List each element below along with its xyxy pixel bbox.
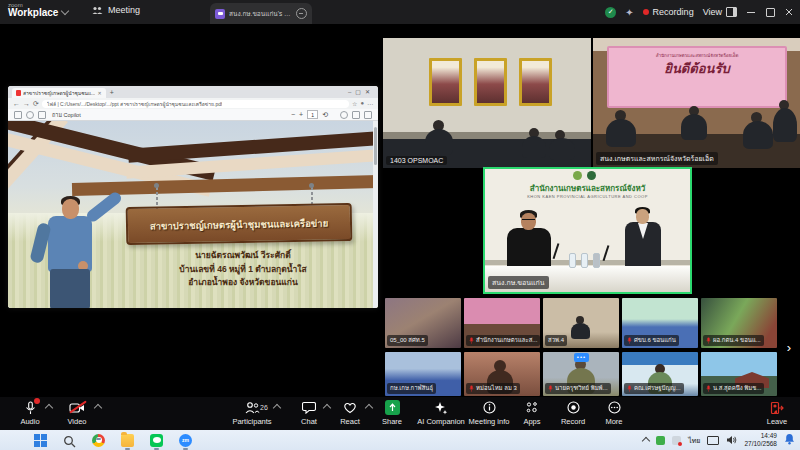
security-shield-icon[interactable]: ✓ [605,7,616,18]
pdf-save-icon[interactable] [364,111,372,119]
tab-meeting[interactable]: Meeting [92,5,140,15]
video-thumbnail[interactable]: 05_00 สศท.5 [385,298,461,348]
more-icon [608,400,621,415]
next-videos-chevron-icon[interactable]: › [780,339,798,357]
video-thumbnail[interactable]: หม่อนไหม ลม 3 [464,352,540,396]
wooden-sign: สาขาปราชญ์เกษตรผู้นำชุมชนและเครือข่าย [126,203,353,245]
video-thumbnail[interactable]: ผอ.กตน.4 ขอนแ... [701,298,777,348]
notification-bell-icon[interactable] [784,431,795,449]
pdf-slide: สาขาปราชญ์เกษตรผู้นำชุมชนและเครือข่าย นา… [8,121,378,308]
zoom-app-icon[interactable]: zm [179,434,192,447]
windows-start-icon[interactable] [34,434,47,447]
royal-portrait-3 [519,58,552,106]
taskbar-search-icon[interactable] [63,434,76,447]
browser-refresh-icon[interactable]: ⟳ [33,100,39,107]
workspace-chevron-icon[interactable] [61,7,69,15]
tray-chevron-icon[interactable] [642,437,650,445]
browser-profile-icon: ● [360,100,364,107]
ai-sparkle-icon[interactable]: ✦ [625,7,633,18]
pdf-zoom-in-icon[interactable]: + [299,111,303,118]
participants-button[interactable]: Participants 26 [224,400,280,426]
video-thumbnail[interactable]: ••• นายครุฑวิทย์ พิมพ์... [543,352,619,396]
pdf-print-icon[interactable] [352,111,360,119]
video-thumbnail[interactable]: น.ส.สุดคนึง พิมช... [701,352,777,396]
pdf-page-number-field[interactable]: 1 [307,110,318,119]
maximize-button[interactable] [765,7,775,17]
address-bar-icons[interactable]: ☆●⋯ [352,100,373,107]
apps-label: Apps [523,417,540,426]
browser-tab-close-icon[interactable]: ✕ [97,90,101,96]
video-thumbnail[interactable]: สำนักงานเกษตรและส... [464,298,540,348]
close-button[interactable] [784,7,794,17]
thumb-label: สำนักงานเกษตรและส... [476,335,537,345]
tab-shared-screen[interactable]: สนง.กษ.ขอนแก่น's screen [210,3,312,24]
pdf-scrollbar[interactable] [373,121,378,308]
leave-icon [770,400,784,415]
recording-indicator: Recording [643,7,694,17]
record-label: Record [561,417,585,426]
pdf-menu-icon[interactable] [14,111,22,119]
mic-icon [24,400,37,415]
audio-alert-dot [34,398,40,404]
microphone [553,243,559,259]
chrome-icon[interactable] [92,434,105,447]
pdf-file-icon [16,90,21,96]
muted-mic-icon [469,385,474,392]
tray-app-icon-1[interactable] [656,436,665,445]
thumbnail-row-1: 05_00 สศท.5 สำนักงานเกษตรและส... สวพ.4 ศ… [385,298,777,348]
tray-app-icon-2[interactable] [672,436,681,445]
react-label: React [340,417,360,426]
leave-button[interactable]: Leave [749,400,800,426]
pdf-zoom-out-icon[interactable]: − [291,111,295,118]
thumbnail-more-menu[interactable]: ••• [574,353,589,362]
microphone [603,245,609,261]
browser-new-tab-icon[interactable]: + [110,89,114,96]
pdf-rotate-icon[interactable]: ⟲ [322,111,328,119]
browser-back-icon[interactable]: ← [13,100,20,107]
video-thumbnail[interactable]: ศขบ.6 ขอนแก่น [622,298,698,348]
browser-menu-icon: ⋯ [367,100,373,107]
line-app-icon[interactable] [150,434,163,447]
video-thumbnail[interactable]: คณ.เศรษฐปัญญ... [622,352,698,396]
browser-forward-icon[interactable]: → [23,100,30,107]
address-url-field[interactable]: ไฟล์ | C:/Users/.../Desktop/.../ppt สาขา… [42,100,349,108]
share-button[interactable]: Share [364,400,420,426]
participants-label: Participants [232,417,271,426]
copilot-label[interactable]: ถาม Copilot [52,111,81,119]
tab-shared-screen-label: สนง.กษ.ขอนแก่น's screen [229,9,292,19]
video-feed-opsmoac[interactable]: 1403 OPSMOAC [383,38,591,168]
browser-address-bar: ← → ⟳ ไฟล์ | C:/Users/.../Desktop/.../pp… [8,98,378,109]
pdf-draw-icon[interactable] [26,111,34,119]
video-feed-active-speaker[interactable]: สำนักงานเกษตรและสหกรณ์จังหวั KHON KAEN P… [483,167,692,294]
browser-window-controls[interactable]: –▢✕ [348,88,374,95]
active-banner-english: KHON KAEN PROVINCIAL AGRICULTURE AND COO… [485,194,690,199]
more-button[interactable]: More [586,400,642,426]
muted-mic-icon [627,385,632,392]
browser-pdf-tab[interactable]: สาขาปราชญ์เกษตรผู้นำชุมชนแ... ✕ [12,88,106,98]
video-feed-roiet[interactable]: สำนักงานเกษตรและสหกรณ์จังหวัดร้อยเอ็ด ยิ… [593,38,800,168]
pdf-search-icon[interactable] [340,111,348,119]
browser-tab-title: สาขาปราชญ์เกษตรผู้นำชุมชนแ... [23,89,95,97]
collapse-tab-icon[interactable] [296,8,307,19]
participants-chevron-icon[interactable] [273,404,281,412]
display-tray-icon[interactable] [707,436,719,445]
thumb-label: คณ.เศรษฐปัญญ... [634,383,681,393]
video-thumbnail[interactable]: สวพ.4 [543,298,619,348]
video-thumbnail[interactable]: กษ.เกษ.กาฬสินธุ์ [385,352,461,396]
royal-portrait-2 [474,58,507,106]
view-button[interactable]: View [703,7,737,17]
file-explorer-icon[interactable] [121,434,134,447]
pdf-highlight-icon[interactable] [38,111,46,119]
minimize-button[interactable] [746,7,756,17]
video-button[interactable]: Video [49,400,105,426]
thumb-label: ศขบ.6 ขอนแก่น [634,335,676,345]
thumb-label: นายครุฑวิทย์ พิมพ์... [555,383,608,393]
taskbar-clock[interactable]: 14:49 27/10/2568 [744,432,777,448]
video-chevron-icon[interactable] [94,404,102,412]
feed-label: สนง.เกษตรและสหกรณ์จังหวัดร้อยเอ็ด [596,152,718,165]
video-label: Video [67,417,86,426]
language-indicator[interactable]: ไทย [688,435,700,446]
favorite-star-icon: ☆ [352,100,357,107]
speaker-icon[interactable] [726,431,737,449]
farmer-address-1: บ้านเลขที่ 46 หมู่ที่ 1 ตำบลกุดน้ำใส [113,263,373,277]
